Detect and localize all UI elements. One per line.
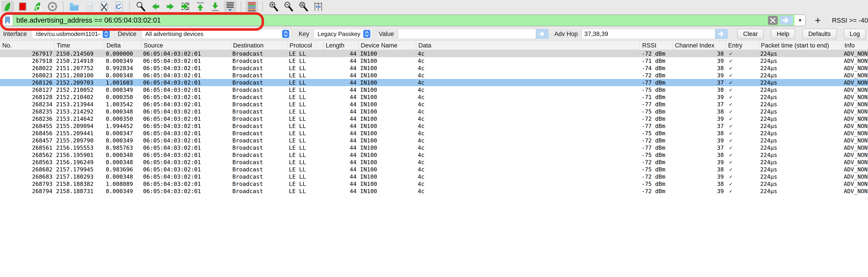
- column-header-rssi[interactable]: RSSI: [640, 41, 673, 50]
- packet-row[interactable]: 2687932158.1883821.00808906:05:04:03:02:…: [0, 180, 868, 187]
- packet-row[interactable]: 2684552155.2090941.99445206:05:04:03:02:…: [0, 122, 868, 129]
- goto-packet-icon[interactable]: [179, 1, 192, 12]
- filter-shortcut-rssi[interactable]: RSSI >= -40: [832, 17, 868, 24]
- column-header-channel[interactable]: Channel Index: [673, 41, 725, 50]
- column-header-data[interactable]: Data: [416, 41, 640, 50]
- first-packet-icon[interactable]: [194, 1, 207, 12]
- packet-row[interactable]: 2682362153.2146420.00035006:05:04:03:02:…: [0, 115, 868, 122]
- cell-no: 268127: [0, 86, 54, 93]
- packet-row[interactable]: 2685632156.1962490.00034806:05:04:03:02:…: [0, 158, 868, 166]
- device-select[interactable]: All advertising devices: [142, 29, 291, 39]
- cell-ptime: 224µs: [758, 151, 842, 158]
- packet-row[interactable]: 2685612156.1955530.98576306:05:04:03:02:…: [0, 144, 868, 151]
- apply-arrow-icon: [782, 18, 790, 23]
- defaults-button[interactable]: Defaults: [802, 29, 837, 39]
- column-header-entry[interactable]: Entry: [725, 41, 758, 50]
- previous-packet-icon[interactable]: [149, 1, 162, 12]
- cell-source: 06:05:04:03:02:01: [141, 50, 230, 57]
- column-header-length[interactable]: Length: [323, 41, 358, 50]
- cell-channel: 38: [673, 129, 725, 137]
- cell-data: 4c: [416, 79, 640, 86]
- packet-row[interactable]: 2680232151.2081000.00034806:05:04:03:02:…: [0, 72, 868, 79]
- cell-device: IN100: [358, 137, 416, 144]
- cell-entry: ✓: [725, 137, 758, 144]
- stop-capture-icon[interactable]: [16, 1, 29, 12]
- packet-row[interactable]: 2681262152.2097031.00160306:05:04:03:02:…: [0, 79, 868, 86]
- cell-entry: ✓: [725, 79, 758, 86]
- packet-row[interactable]: 2684562155.2094410.00034706:05:04:03:02:…: [0, 129, 868, 137]
- filter-history-dropdown[interactable]: ▼: [795, 15, 805, 26]
- column-header-no[interactable]: No.: [0, 41, 54, 50]
- zoom-reset-icon[interactable]: [297, 1, 310, 12]
- value-apply-button[interactable]: [536, 29, 549, 39]
- column-header-source[interactable]: Source: [141, 41, 230, 50]
- packet-row[interactable]: 2680222151.2077520.99283406:05:04:03:02:…: [0, 64, 868, 72]
- next-packet-icon[interactable]: [164, 1, 177, 12]
- column-header-device[interactable]: Device Name: [358, 41, 416, 50]
- packet-row[interactable]: 2686822157.1799450.98369606:05:04:03:02:…: [0, 166, 868, 173]
- colorize-packets-icon[interactable]: [246, 1, 258, 12]
- packet-row[interactable]: 2681282152.2104020.00035006:05:04:03:02:…: [0, 93, 868, 101]
- open-file-icon[interactable]: [68, 1, 81, 12]
- packet-row[interactable]: 2684572155.2097900.00034906:05:04:03:02:…: [0, 137, 868, 144]
- clear-filter-button[interactable]: [768, 16, 778, 25]
- packet-row[interactable]: 2679172150.2145690.00000006:05:04:03:02:…: [0, 50, 868, 57]
- packet-row[interactable]: 2681272152.2100520.00034906:05:04:03:02:…: [0, 86, 868, 93]
- cell-channel: 38: [673, 180, 725, 187]
- display-filter-input[interactable]: [13, 15, 766, 26]
- cell-source: 06:05:04:03:02:01: [141, 173, 230, 180]
- packet-row[interactable]: 2682352153.2142920.00034806:05:04:03:02:…: [0, 108, 868, 115]
- packet-row[interactable]: 2685622156.1959010.00034806:05:04:03:02:…: [0, 151, 868, 158]
- close-file-icon[interactable]: [98, 1, 110, 12]
- interface-select[interactable]: /dev/cu.usbmodem1101-4.0: [32, 29, 112, 39]
- add-filter-button[interactable]: +: [812, 15, 823, 26]
- capture-options-icon[interactable]: [46, 1, 59, 12]
- cell-delta: 0.000348: [104, 158, 141, 166]
- cell-info: ADV_NON: [842, 122, 868, 129]
- clear-button[interactable]: Clear: [737, 29, 764, 39]
- zoom-in-icon[interactable]: [267, 1, 280, 12]
- cell-channel: 39: [673, 187, 725, 195]
- resize-columns-icon[interactable]: [312, 1, 324, 12]
- cell-entry: ✓: [725, 180, 758, 187]
- column-header-time[interactable]: Time: [54, 41, 104, 50]
- log-button[interactable]: Log: [844, 29, 866, 39]
- cell-dest: Broadcast: [230, 86, 287, 93]
- cell-protocol: LE LL: [287, 57, 323, 64]
- apply-arrow-icon: [539, 31, 546, 36]
- find-packet-icon[interactable]: [134, 1, 147, 12]
- help-button[interactable]: Help: [771, 29, 795, 39]
- auto-scroll-icon[interactable]: [224, 1, 237, 12]
- cell-length: 44: [323, 173, 358, 180]
- column-header-dest[interactable]: Destination: [230, 41, 287, 50]
- apply-filter-button[interactable]: [780, 16, 793, 25]
- packet-row[interactable]: 2679182150.2149180.00034906:05:04:03:02:…: [0, 57, 868, 64]
- cell-rssi: -72 dBm: [640, 72, 673, 79]
- cell-delta: 0.985763: [104, 144, 141, 151]
- column-header-protocol[interactable]: Protocol: [287, 41, 323, 50]
- restart-capture-icon[interactable]: [31, 1, 44, 12]
- key-select[interactable]: Legacy Passkey: [314, 29, 372, 39]
- cell-device: IN100: [358, 122, 416, 129]
- adv-hop-input[interactable]: [582, 29, 715, 39]
- value-input[interactable]: [398, 29, 536, 39]
- column-header-info[interactable]: Info: [842, 41, 868, 50]
- packet-row[interactable]: 2686832157.1802930.00034806:05:04:03:02:…: [0, 173, 868, 180]
- packet-row[interactable]: 2687942158.1887310.00034906:05:04:03:02:…: [0, 187, 868, 195]
- wireshark-start-capture-icon[interactable]: [1, 1, 14, 12]
- column-header-ptime[interactable]: Packet time (start to end): [758, 41, 842, 50]
- cell-ptime: 224µs: [758, 101, 842, 108]
- cell-dest: Broadcast: [230, 166, 287, 173]
- cell-info: ADV_NON: [842, 50, 868, 57]
- zoom-out-icon[interactable]: [282, 1, 295, 12]
- save-file-icon[interactable]: 010100110101110: [83, 1, 95, 12]
- adv-hop-apply-button[interactable]: [715, 29, 728, 39]
- cell-time: 2155.209790: [54, 137, 104, 144]
- reload-file-icon[interactable]: [113, 1, 125, 12]
- cell-data: 4c: [416, 187, 640, 195]
- filter-bookmark-button[interactable]: [2, 15, 13, 26]
- packet-row[interactable]: 2682342153.2139441.00354206:05:04:03:02:…: [0, 101, 868, 108]
- column-header-delta[interactable]: Delta: [104, 41, 141, 50]
- cell-device: IN100: [358, 151, 416, 158]
- last-packet-icon[interactable]: [209, 1, 221, 12]
